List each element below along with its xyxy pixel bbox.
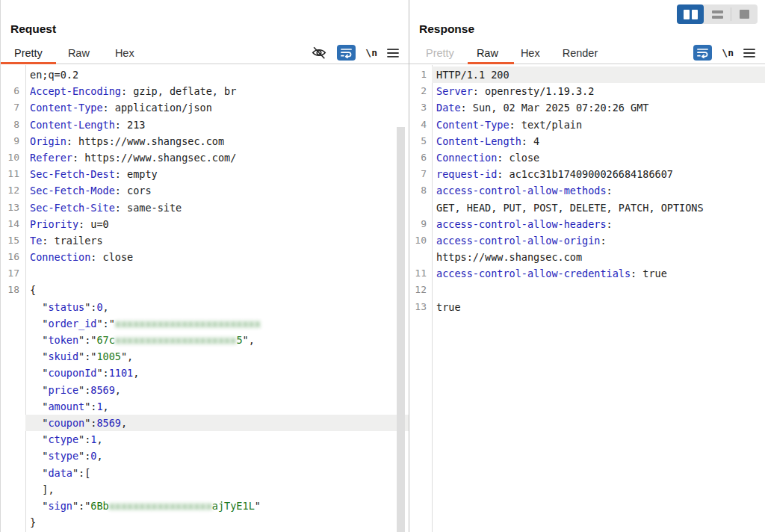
line-number [1, 332, 25, 348]
single-view-button[interactable] [731, 4, 758, 24]
code-text: Origin: https://www.shangsec.com [25, 133, 409, 149]
line-number: 16 [1, 249, 25, 265]
code-text [25, 265, 409, 282]
code-line: 16Connection: close [1, 249, 409, 265]
code-line: "couponId":1101, [1, 365, 409, 381]
line-number: 11 [409, 265, 432, 282]
code-line: 6Accept-Encoding: gzip, deflate, br [1, 83, 409, 99]
code-line: 10access-control-allow-origin: [409, 232, 765, 249]
split-rows-button[interactable] [704, 4, 731, 24]
code-line: en;q=0.2 [1, 66, 409, 83]
request-panel: Request Pretty Raw Hex [0, 0, 409, 532]
code-text: https://www.shangsec.com [432, 249, 765, 265]
line-number: 14 [1, 216, 25, 232]
tab-request-hex[interactable]: Hex [115, 47, 134, 59]
columns-icon [684, 10, 690, 19]
code-line: "data":[ [1, 465, 409, 481]
line-number: 12 [409, 282, 432, 298]
code-line: "status":0, [1, 299, 409, 315]
code-text: true [432, 299, 765, 315]
code-line: https://www.shangsec.com [409, 249, 765, 265]
code-text: ], [25, 481, 409, 498]
code-line: "stype":0, [1, 448, 409, 464]
tab-response-pretty: Pretty [426, 47, 454, 59]
word-wrap-icon [340, 47, 353, 58]
code-text: Date: Sun, 02 Mar 2025 07:20:26 GMT [432, 99, 765, 116]
newline-toggle[interactable]: \n [365, 47, 377, 58]
line-number [1, 66, 25, 83]
line-number: 3 [409, 99, 432, 116]
request-toolbar: \n [311, 45, 409, 61]
code-line: "price":8569, [1, 382, 409, 398]
code-text [432, 282, 765, 298]
code-text: Content-Type: text/plain [432, 117, 765, 133]
line-number [1, 465, 25, 481]
line-number [1, 398, 25, 415]
response-tab-bar: Pretty Raw Hex Render \n [409, 42, 765, 64]
line-number: 10 [1, 149, 25, 166]
code-text: Server: openresty/1.19.3.2 [432, 83, 765, 99]
code-line: 13Sec-Fetch-Site: same-site [1, 200, 409, 216]
word-wrap-button[interactable] [337, 45, 356, 61]
response-selected-tab-underline [468, 62, 514, 64]
code-line: 8access-control-allow-methods: [409, 182, 765, 199]
single-view-icon [740, 10, 749, 19]
line-number: 9 [1, 133, 25, 149]
request-panel-title: Request [10, 22, 56, 36]
code-text: Content-Length: 213 [25, 117, 409, 133]
code-text: GET, HEAD, PUT, POST, DELETE, PATCH, OPT… [432, 200, 765, 216]
request-code: en;q=0.26Accept-Encoding: gzip, deflate,… [1, 65, 409, 532]
split-columns-button[interactable] [677, 4, 704, 24]
code-line: 11access-control-allow-credentials: true [409, 265, 765, 282]
line-number: 12 [1, 182, 25, 199]
code-text: Sec-Fetch-Dest: empty [25, 166, 409, 182]
line-number [1, 315, 25, 332]
line-number: 13 [1, 200, 25, 216]
line-number [409, 249, 432, 265]
line-number [1, 415, 25, 431]
line-number [1, 365, 25, 381]
line-number [409, 200, 432, 216]
code-text: access-control-allow-credentials: true [432, 265, 765, 282]
code-text: "coupon":8569, [25, 415, 409, 431]
code-line: 1HTTP/1.1 200 [409, 66, 765, 83]
line-number: 18 [1, 282, 25, 298]
line-number: 2 [409, 83, 432, 99]
response-menu-icon[interactable] [743, 48, 755, 58]
code-line: 8Content-Length: 213 [1, 117, 409, 133]
request-tab-bar: Pretty Raw Hex [1, 42, 409, 64]
code-text: "couponId":1101, [25, 365, 409, 381]
line-number: 5 [409, 133, 432, 149]
code-text: en;q=0.2 [25, 66, 409, 83]
tab-response-hex[interactable]: Hex [521, 47, 540, 59]
request-scrollbar-thumb[interactable] [397, 127, 405, 532]
code-text: "price":8569, [25, 382, 409, 398]
line-number: 7 [409, 166, 432, 182]
newline-toggle[interactable]: \n [722, 47, 734, 58]
code-line: } [1, 514, 409, 531]
code-line: 13true [409, 299, 765, 315]
line-number [1, 382, 25, 398]
line-number: 13 [409, 299, 432, 315]
code-line: 11Sec-Fetch-Dest: empty [1, 166, 409, 182]
line-number [1, 448, 25, 464]
hide-matching-icon[interactable] [311, 46, 327, 60]
code-text: Connection: close [25, 249, 409, 265]
code-text: Connection: close [432, 149, 765, 166]
word-wrap-button[interactable] [693, 45, 712, 61]
line-number: 15 [1, 232, 25, 249]
code-text: Content-Length: 4 [432, 133, 765, 149]
code-line: "sign":"6BbxxxxxxxxxxxxxxxxxajTyE1L" [1, 498, 409, 514]
code-line: 15Te: trailers [1, 232, 409, 249]
request-menu-icon[interactable] [387, 48, 399, 58]
tab-request-raw[interactable]: Raw [68, 47, 90, 59]
code-line: "order_id":"xxxxxxxxxxxxxxxxxxxxxxxx [1, 315, 409, 332]
tab-request-pretty[interactable]: Pretty [14, 47, 43, 59]
code-line: 9Origin: https://www.shangsec.com [1, 133, 409, 149]
tab-response-render[interactable]: Render [563, 47, 598, 59]
code-text: Te: trailers [25, 232, 409, 249]
line-number [1, 431, 25, 448]
code-text: } [25, 514, 409, 531]
tab-response-raw[interactable]: Raw [477, 47, 498, 59]
response-toolbar: \n [693, 45, 765, 61]
